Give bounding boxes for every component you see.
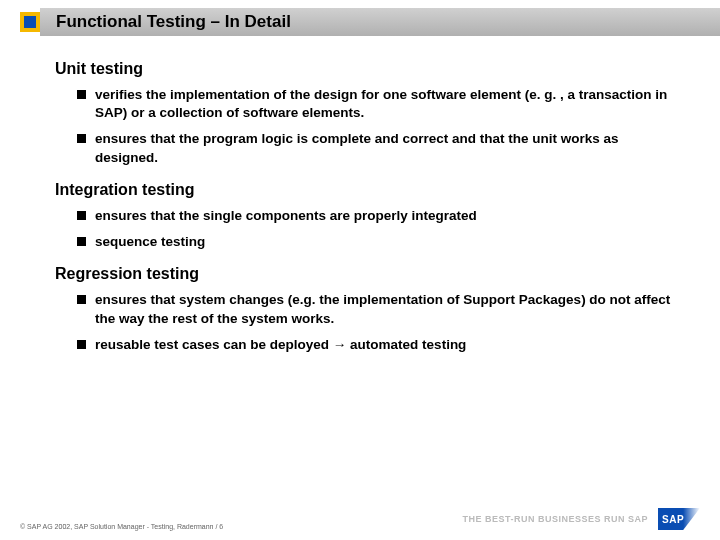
bullet-list-integration: ensures that the single components are p… [55, 207, 680, 251]
slide-title: Functional Testing – In Detail [40, 12, 291, 32]
slide-content: Unit testing verifies the implementation… [55, 60, 680, 362]
sap-logo-text: SAP [662, 514, 684, 525]
list-item: ensures that system changes (e.g. the im… [77, 291, 680, 327]
slide-footer: © SAP AG 2002, SAP Solution Manager - Te… [20, 508, 700, 530]
section-heading-regression: Regression testing [55, 265, 680, 283]
list-item: verifies the implementation of the desig… [77, 86, 680, 122]
list-item: ensures that the single components are p… [77, 207, 680, 225]
list-item: reusable test cases can be deployed → au… [77, 336, 680, 354]
copyright-text: © SAP AG 2002, SAP Solution Manager - Te… [20, 523, 223, 530]
title-bullet-icon [20, 12, 40, 32]
footer-branding: THE BEST-RUN BUSINESSES RUN SAP SAP [462, 508, 700, 530]
svg-rect-1 [24, 16, 36, 28]
list-item: sequence testing [77, 233, 680, 251]
tagline-text: THE BEST-RUN BUSINESSES RUN SAP [462, 514, 648, 524]
bullet-list-unit: verifies the implementation of the desig… [55, 86, 680, 167]
section-heading-unit: Unit testing [55, 60, 680, 78]
bullet-list-regression: ensures that system changes (e.g. the im… [55, 291, 680, 354]
title-bar: Functional Testing – In Detail [40, 8, 720, 36]
list-item: ensures that the program logic is comple… [77, 130, 680, 166]
section-heading-integration: Integration testing [55, 181, 680, 199]
sap-logo: SAP [658, 508, 700, 530]
